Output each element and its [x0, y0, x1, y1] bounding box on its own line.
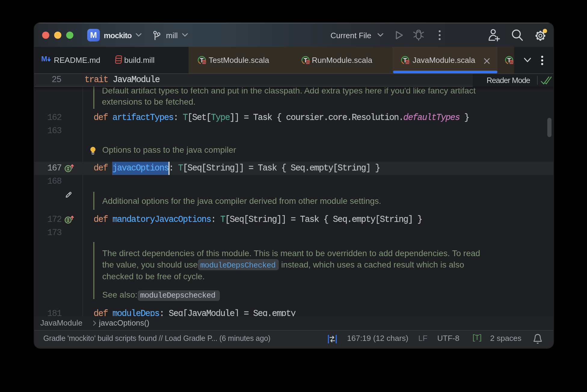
svg-text:M: M — [41, 55, 47, 63]
